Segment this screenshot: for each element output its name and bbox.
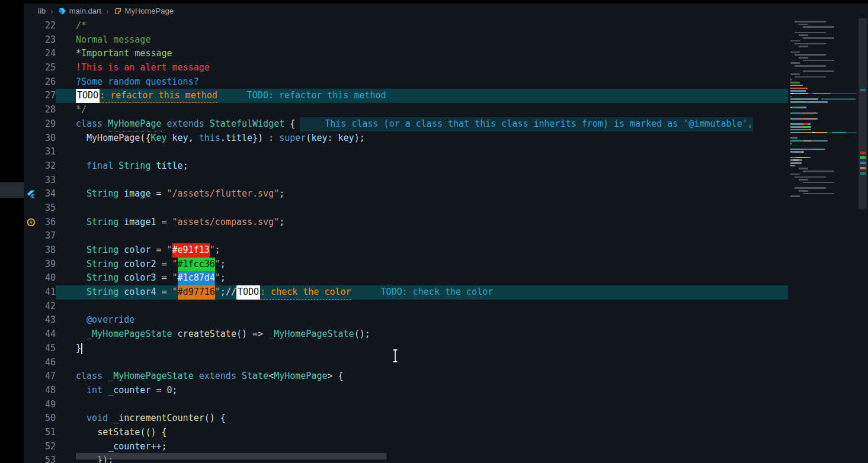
code-text[interactable]: } (56, 342, 788, 356)
code-line: 25!This is an alert message (24, 61, 788, 75)
line-number[interactable]: 30 (38, 131, 56, 146)
code-text[interactable]: String color = "#e91f13"; (56, 243, 788, 258)
line-number[interactable]: 28 (38, 103, 56, 117)
line-number[interactable]: 32 (38, 159, 56, 173)
code-text[interactable]: !This is an alert message (56, 61, 788, 75)
line-number[interactable]: 23 (38, 33, 56, 47)
code-text[interactable]: /* (56, 19, 788, 33)
line-number[interactable]: 52 (38, 440, 56, 454)
minimap-line (790, 96, 857, 98)
line-number[interactable]: 27 (38, 89, 56, 103)
code-text[interactable]: *Important message (56, 47, 788, 61)
minimap-line (790, 37, 857, 39)
breadcrumb-item-main-dart[interactable]: main.dart (58, 7, 101, 15)
gutter-margin (24, 229, 38, 243)
minimap-line (790, 187, 857, 189)
gutter-margin (24, 173, 38, 188)
code-text[interactable]: setState(() { (56, 426, 788, 440)
code-token (76, 285, 87, 300)
line-number[interactable]: 45 (38, 342, 56, 356)
horizontal-scrollbar-thumb[interactable] (76, 453, 386, 459)
code-text[interactable]: _counter++; (56, 440, 788, 454)
code-text[interactable]: _MyHomePageState createState() => _MyHom… (56, 327, 788, 342)
code-text[interactable]: String image = "/assets/flutter.svg"; (56, 187, 788, 201)
minimap-line (790, 137, 857, 139)
line-number[interactable]: 34 (38, 187, 56, 201)
code-text[interactable]: String image1 = "assets/compass.svg"; (56, 216, 788, 230)
code-text[interactable]: */ (56, 103, 788, 117)
code-text[interactable] (56, 145, 788, 159)
code-text[interactable] (56, 300, 788, 314)
code-line: 40 String color3 = "#1c87d4"; (24, 271, 788, 285)
line-number[interactable]: 24 (38, 47, 56, 61)
code-text[interactable]: class _MyHomePageState extends State<MyH… (56, 369, 788, 384)
breadcrumb-separator: › (50, 7, 53, 16)
code-token: key (338, 131, 354, 146)
code-token: ( (306, 131, 311, 146)
breadcrumb-item-lib[interactable]: lib (38, 7, 46, 15)
code-text[interactable]: String color2 = "#1fcc36"; (56, 258, 788, 272)
line-number[interactable]: 36 (38, 216, 56, 230)
line-number[interactable]: 42 (38, 300, 56, 314)
code-token: _MyHomePageState (268, 327, 354, 342)
line-number[interactable]: 35 (38, 201, 56, 216)
line-number[interactable]: 50 (38, 411, 56, 426)
compass-gutter-icon[interactable] (24, 216, 38, 230)
color-swatch: #1c87d4 (178, 271, 215, 285)
code-text[interactable]: TODO: refactor this methodTODO: refactor… (56, 89, 788, 103)
flutter-gutter-icon[interactable] (24, 187, 38, 201)
line-number[interactable]: 37 (38, 229, 56, 243)
line-number[interactable]: 49 (38, 398, 56, 412)
code-text[interactable] (56, 398, 788, 412)
code-line: 35 (24, 201, 788, 216)
code-token: Normal message (76, 33, 150, 47)
code-token: key (311, 131, 327, 146)
code-text[interactable] (56, 229, 788, 243)
line-number[interactable]: 44 (38, 327, 56, 342)
code-line: 41 String color4 = "#d97716";//TODO: che… (24, 285, 788, 300)
code-text[interactable]: ?Some random questions? (56, 75, 788, 89)
code-text[interactable]: String color4 = "#d97716";//TODO: check … (56, 285, 788, 300)
code-text[interactable]: void _incrementCounter() { (56, 411, 788, 426)
line-number[interactable]: 22 (38, 19, 56, 33)
line-number[interactable]: 51 (38, 426, 56, 440)
code-text[interactable]: Normal message (56, 33, 788, 47)
code-token: = (156, 258, 172, 272)
line-number[interactable]: 43 (38, 313, 56, 327)
code-text[interactable]: int _counter = 0; (56, 384, 788, 398)
vertical-scrollbar-thumb[interactable] (859, 18, 867, 209)
minimap[interactable] (790, 21, 857, 198)
line-number[interactable]: 48 (38, 384, 56, 398)
gutter-margin (24, 327, 38, 342)
breadcrumb-item-myhomepage[interactable]: MyHomePage (114, 7, 174, 15)
line-number[interactable]: 26 (38, 75, 56, 89)
gutter-margin (24, 75, 38, 89)
minimap-line (790, 32, 857, 34)
line-number[interactable]: 53 (38, 454, 56, 463)
line-number[interactable]: 40 (38, 271, 56, 285)
line-number[interactable]: 25 (38, 61, 56, 75)
code-token: ; (279, 216, 284, 230)
line-number[interactable]: 47 (38, 369, 56, 384)
code-token: TODO: check the color (381, 285, 494, 300)
line-number[interactable]: 38 (38, 243, 56, 258)
code-text[interactable] (56, 356, 788, 370)
code-text[interactable] (56, 173, 788, 188)
code-token: "assets/compass.svg" (172, 216, 280, 230)
code-token: ++; (150, 440, 166, 454)
line-number[interactable]: 29 (38, 117, 56, 131)
minimap-line (790, 159, 857, 161)
code-text[interactable]: MyHomePage({Key key, this.title}) : supe… (56, 131, 788, 146)
code-text[interactable]: class MyHomePage extends StatefulWidget … (56, 117, 788, 131)
line-number[interactable]: 41 (38, 285, 56, 300)
line-number[interactable]: 46 (38, 356, 56, 370)
line-number[interactable]: 33 (38, 173, 56, 188)
code-text[interactable]: String color3 = "#1c87d4"; (56, 271, 788, 285)
code-text[interactable] (56, 201, 788, 216)
line-number[interactable]: 39 (38, 258, 56, 272)
code-text[interactable]: final String title; (56, 159, 788, 173)
editor[interactable]: 22/*23Normal message24*Important message… (24, 18, 788, 463)
code-text[interactable]: @override (56, 313, 788, 327)
line-number[interactable]: 31 (38, 145, 56, 159)
gutter-margin (24, 201, 38, 216)
